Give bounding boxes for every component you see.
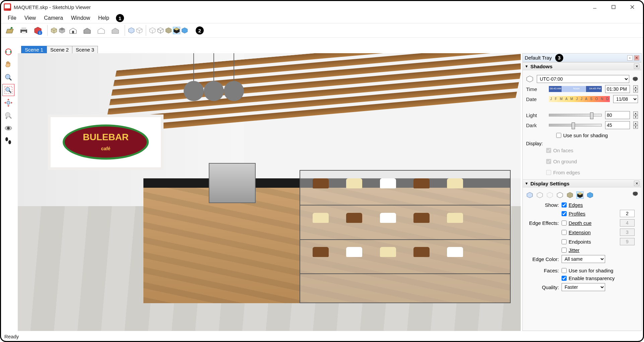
- shadows-panel-header[interactable]: ▼ Shadows ✕: [523, 62, 641, 70]
- style-xray-button[interactable]: [128, 27, 135, 34]
- jitter-check[interactable]: Jitter: [562, 247, 617, 253]
- svg-marker-20: [112, 28, 119, 33]
- shadow-toggle-icon[interactable]: [526, 75, 533, 83]
- date-select[interactable]: 11/08: [613, 95, 638, 103]
- gear-icon[interactable]: [633, 191, 638, 196]
- profiles-check[interactable]: Profiles: [562, 211, 617, 217]
- ds-shaded[interactable]: [566, 191, 574, 199]
- ds-mono[interactable]: [586, 191, 594, 199]
- style-hidden-button[interactable]: [149, 27, 156, 34]
- shadows-close-icon[interactable]: ✕: [634, 64, 639, 69]
- time-down[interactable]: ▾: [633, 89, 638, 93]
- look-around-tool[interactable]: [2, 122, 14, 134]
- model-info-button[interactable]: i: [31, 24, 45, 37]
- right-view-button[interactable]: [80, 24, 94, 37]
- ds-wire[interactable]: [536, 191, 543, 199]
- svg-line-36: [9, 78, 11, 80]
- close-button[interactable]: [623, 1, 642, 13]
- date-slider[interactable]: J F M A M J J A S O N D: [549, 96, 610, 102]
- scene-tab-1[interactable]: Scene 1: [21, 46, 47, 54]
- dark-input[interactable]: [605, 121, 630, 129]
- svg-rect-8: [22, 31, 26, 34]
- menu-view[interactable]: View: [21, 14, 39, 22]
- scene-tab-2[interactable]: Scene 2: [47, 46, 72, 54]
- zoom-extents-tool[interactable]: [2, 97, 14, 109]
- callout-1: 1: [116, 14, 124, 22]
- ds-hiddenline[interactable]: [556, 191, 564, 199]
- endpoints-input: [620, 238, 635, 245]
- time-slider[interactable]: 06:43 AM Noon 04:45 PM: [549, 86, 602, 92]
- display-panel-header[interactable]: ▼ Display Settings ✕: [523, 179, 641, 187]
- timezone-select[interactable]: UTC-07:00: [537, 75, 629, 83]
- orbit-tool[interactable]: [2, 46, 14, 58]
- gear-icon[interactable]: [633, 77, 638, 81]
- tray-header[interactable]: Default Tray 3 ▫ ✕: [523, 54, 641, 62]
- depthcue-check[interactable]: Depth cue: [562, 220, 617, 226]
- iso-view-button[interactable]: [50, 27, 58, 34]
- menu-file[interactable]: File: [4, 14, 20, 22]
- menu-help[interactable]: Help: [95, 14, 113, 22]
- svg-rect-1: [612, 5, 615, 9]
- tray-pin-icon[interactable]: ▫: [627, 55, 633, 61]
- svg-line-39: [9, 91, 11, 93]
- from-edges-check: From edges: [546, 170, 638, 175]
- svg-marker-52: [527, 76, 533, 82]
- transparency-check[interactable]: Enable transparency: [562, 275, 617, 281]
- back-view-button[interactable]: [94, 24, 108, 37]
- faces-usesun-check[interactable]: Use sun for shading: [562, 268, 617, 273]
- light-input[interactable]: [605, 111, 630, 119]
- pan-tool[interactable]: [2, 59, 14, 71]
- window-title: MAQUETE.skp - SketchUp Viewer: [14, 4, 91, 10]
- status-bar: Ready: [2, 332, 642, 340]
- left-view-button[interactable]: [109, 24, 122, 37]
- window-frame: MAQUETE.skp - SketchUp Viewer File View …: [0, 0, 644, 342]
- style-textured-button[interactable]: [173, 27, 180, 34]
- ds-xray[interactable]: [526, 191, 533, 199]
- svg-marker-56: [557, 192, 563, 198]
- previous-tool[interactable]: [2, 109, 14, 121]
- top-view-button[interactable]: [58, 27, 66, 34]
- style-wireframe-button[interactable]: [136, 27, 143, 34]
- default-tray: Default Tray 3 ▫ ✕ ▼ Shadows ✕ UTC-07:00…: [522, 53, 642, 331]
- front-view-button[interactable]: [66, 24, 80, 37]
- svg-marker-54: [537, 192, 543, 198]
- titlebar: MAQUETE.skp - SketchUp Viewer: [1, 1, 643, 13]
- quality-select[interactable]: Faster: [562, 283, 605, 291]
- extension-check[interactable]: Extension: [562, 230, 617, 235]
- edge-color-select[interactable]: All same: [562, 255, 605, 263]
- menu-window[interactable]: Window: [68, 14, 93, 22]
- style-monochrome-button[interactable]: [181, 27, 188, 34]
- use-sun-check[interactable]: Use sun for shading: [556, 133, 608, 138]
- light-slider[interactable]: [549, 114, 602, 116]
- tray-close-icon[interactable]: ✕: [634, 55, 639, 61]
- ds-textured[interactable]: [576, 191, 584, 199]
- svg-rect-7: [21, 27, 26, 30]
- cafe-logo: BULEBARcafé: [48, 114, 164, 170]
- tray-title-label: Default Tray: [525, 55, 552, 61]
- print-button[interactable]: [17, 24, 30, 37]
- svg-marker-4: [6, 29, 13, 33]
- on-faces-check: On faces: [546, 148, 638, 153]
- profiles-input[interactable]: [620, 210, 635, 217]
- zoom-window-tool[interactable]: [2, 84, 14, 96]
- style-shaded-button[interactable]: [165, 27, 172, 34]
- display-close-icon[interactable]: ✕: [634, 181, 639, 186]
- time-input[interactable]: [605, 85, 630, 93]
- dark-slider[interactable]: [549, 124, 602, 126]
- edges-check[interactable]: Edges: [562, 202, 617, 208]
- model-viewport[interactable]: BULEBARcafé: [18, 53, 521, 331]
- open-button[interactable]: [3, 24, 16, 37]
- style-hiddenline-button[interactable]: [157, 27, 164, 34]
- svg-marker-57: [567, 192, 573, 198]
- ds-hidden[interactable]: [546, 191, 554, 199]
- walk-tool[interactable]: [2, 135, 14, 147]
- time-up[interactable]: ▴: [633, 85, 638, 89]
- zoom-tool[interactable]: [2, 71, 14, 83]
- scene-tab-3[interactable]: Scene 3: [72, 46, 98, 54]
- scene-tabs: Scene 1 Scene 2 Scene 3: [21, 46, 98, 54]
- minimize-button[interactable]: [585, 1, 604, 13]
- menu-camera[interactable]: Camera: [41, 14, 66, 22]
- maximize-button[interactable]: [604, 1, 623, 13]
- callout-3: 3: [555, 54, 563, 62]
- endpoints-check[interactable]: Endpoints: [562, 239, 617, 245]
